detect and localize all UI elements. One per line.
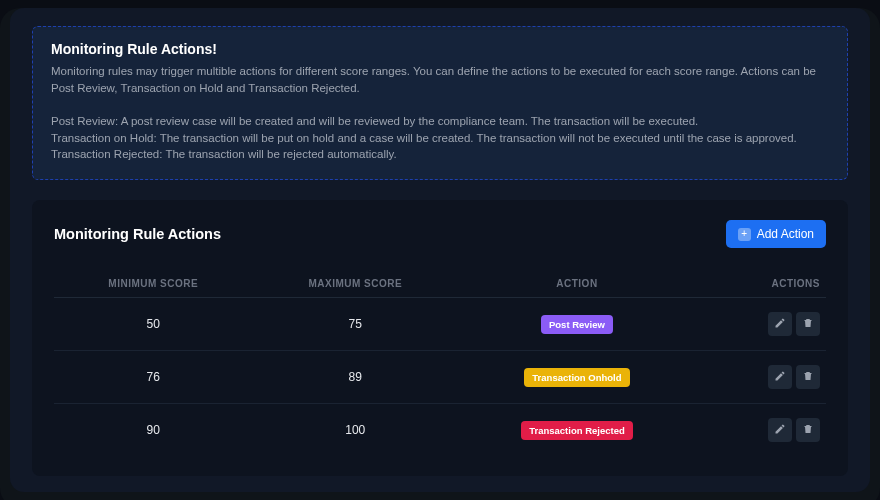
table-row: 90100Transaction Rejected bbox=[54, 404, 826, 457]
edit-button[interactable] bbox=[768, 312, 792, 336]
cell-min: 76 bbox=[54, 351, 253, 404]
action-badge: Post Review bbox=[541, 315, 613, 334]
col-actions: ACTIONS bbox=[696, 270, 826, 298]
page-content: Monitoring Rule Actions! Monitoring rule… bbox=[10, 8, 870, 492]
actions-table: MINIMUM SCORE MAXIMUM SCORE ACTION ACTIO… bbox=[54, 270, 826, 456]
col-action: ACTION bbox=[458, 270, 696, 298]
table-row: 7689Transaction Onhold bbox=[54, 351, 826, 404]
cell-max: 89 bbox=[253, 351, 459, 404]
info-banner: Monitoring Rule Actions! Monitoring rule… bbox=[32, 26, 848, 180]
window-frame: Monitoring Rule Actions! Monitoring rule… bbox=[0, 8, 880, 500]
cell-row-actions bbox=[696, 351, 826, 404]
cell-action: Transaction Rejected bbox=[458, 404, 696, 457]
cell-action: Post Review bbox=[458, 298, 696, 351]
pencil-icon bbox=[774, 370, 786, 385]
plus-icon: + bbox=[738, 228, 751, 241]
col-min: MINIMUM SCORE bbox=[54, 270, 253, 298]
info-banner-body: Monitoring rules may trigger multible ac… bbox=[51, 63, 829, 163]
cell-row-actions bbox=[696, 298, 826, 351]
delete-button[interactable] bbox=[796, 418, 820, 442]
pencil-icon bbox=[774, 423, 786, 438]
table-row: 5075Post Review bbox=[54, 298, 826, 351]
edit-button[interactable] bbox=[768, 418, 792, 442]
cell-action: Transaction Onhold bbox=[458, 351, 696, 404]
col-max: MAXIMUM SCORE bbox=[253, 270, 459, 298]
cell-max: 75 bbox=[253, 298, 459, 351]
add-action-button[interactable]: + Add Action bbox=[726, 220, 826, 248]
action-badge: Transaction Rejected bbox=[521, 421, 633, 440]
info-banner-title: Monitoring Rule Actions! bbox=[51, 41, 829, 57]
trash-icon bbox=[802, 370, 814, 385]
cell-min: 50 bbox=[54, 298, 253, 351]
trash-icon bbox=[802, 317, 814, 332]
delete-button[interactable] bbox=[796, 365, 820, 389]
cell-min: 90 bbox=[54, 404, 253, 457]
cell-max: 100 bbox=[253, 404, 459, 457]
add-action-label: Add Action bbox=[757, 227, 814, 241]
delete-button[interactable] bbox=[796, 312, 820, 336]
actions-card: Monitoring Rule Actions + Add Action MIN… bbox=[32, 200, 848, 476]
pencil-icon bbox=[774, 317, 786, 332]
card-header: Monitoring Rule Actions + Add Action bbox=[54, 220, 826, 248]
action-badge: Transaction Onhold bbox=[524, 368, 629, 387]
edit-button[interactable] bbox=[768, 365, 792, 389]
trash-icon bbox=[802, 423, 814, 438]
card-title: Monitoring Rule Actions bbox=[54, 226, 221, 242]
cell-row-actions bbox=[696, 404, 826, 457]
